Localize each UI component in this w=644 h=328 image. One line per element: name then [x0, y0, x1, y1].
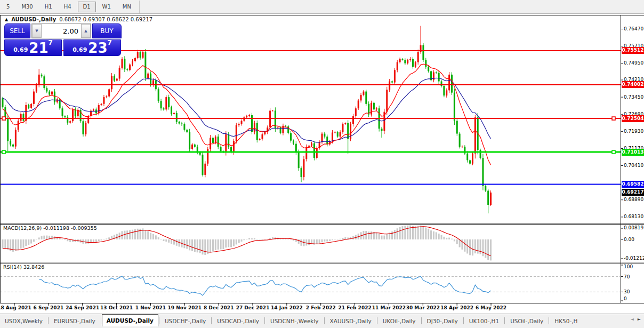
volume-input[interactable]: 2.00	[42, 24, 81, 38]
symbol-tab-usdchf-daily[interactable]: USDCHF-,Daily	[160, 315, 211, 326]
buy-price-main: 23	[88, 42, 107, 54]
tab-separator	[377, 317, 377, 324]
volume-decrease-button[interactable]: ▼	[32, 24, 42, 38]
tab-separator	[48, 317, 49, 324]
sell-price-main: 21	[29, 42, 48, 54]
sell-price-pip: 7	[48, 39, 52, 46]
one-click-trade-panel: SELL ▼ 2.00 ▲ BUY 0.69 21 7 0.69 23 7	[4, 23, 122, 56]
level-line-handle[interactable]	[612, 150, 615, 154]
symbol-tab-usdcad-daily[interactable]: USDCAD-,Daily	[212, 315, 264, 326]
rsi-layer	[0, 276, 621, 295]
tab-scroll-left-icon[interactable]: ◄	[631, 317, 634, 322]
tab-scroll-right-icon[interactable]: ►	[638, 317, 641, 322]
tab-separator	[504, 317, 505, 324]
tab-scroll-controls: ◄ ►	[631, 315, 644, 322]
tab-separator	[264, 317, 265, 324]
symbol-tab-dj30-daily[interactable]: DJ30-,Daily	[422, 315, 463, 326]
tab-separator	[421, 317, 422, 324]
level-line-handle[interactable]	[2, 150, 5, 154]
symbol-tab-bar: USDX,WeeklyEURUSD-,DailyAUDUSD-,DailyUSD…	[0, 314, 644, 328]
buy-price-pip: 7	[107, 39, 111, 46]
volume-increase-button[interactable]: ▲	[81, 24, 91, 38]
symbol-tab-usdx-weekly[interactable]: USDX,Weekly	[0, 315, 47, 326]
volume-stepper: ▼ 2.00 ▲	[31, 23, 91, 38]
tab-separator	[159, 317, 159, 324]
symbol-tab-ukoil-daily[interactable]: UKOil-,Daily	[378, 315, 421, 326]
sell-button[interactable]: SELL	[4, 23, 30, 38]
pane-borders	[0, 15, 644, 306]
tab-separator	[549, 317, 549, 324]
macd-layer	[2, 226, 492, 261]
buy-button[interactable]: BUY	[92, 23, 122, 38]
symbol-tab-audusd-daily[interactable]: AUDUSD-,Daily	[102, 314, 158, 326]
tab-separator	[324, 317, 325, 324]
sell-price-prefix: 0.69	[13, 46, 28, 53]
sell-price-display[interactable]: 0.69 21 7	[4, 39, 62, 56]
symbol-tab-eurusd-daily[interactable]: EURUSD-,Daily	[49, 315, 100, 326]
tab-separator	[463, 317, 464, 324]
symbol-tab-hk50-h[interactable]: HK50-,H	[550, 315, 582, 326]
tab-separator	[101, 317, 101, 324]
symbol-tab-usoil-daily[interactable]: USOil-,Daily	[505, 315, 548, 326]
level-lines-layer	[0, 51, 621, 185]
symbol-tab-usdcnh-weekly[interactable]: USDCNH-,Weekly	[265, 315, 324, 326]
level-line-handle[interactable]	[612, 117, 615, 120]
symbol-tab-xauusd-daily[interactable]: XAUUSD-,Daily	[325, 315, 376, 326]
buy-price-display[interactable]: 0.69 23 7	[63, 39, 121, 56]
level-line-handle[interactable]	[2, 117, 5, 120]
buy-price-prefix: 0.69	[73, 46, 87, 53]
symbol-tab-uk100-h1[interactable]: UK100-,H1	[464, 315, 504, 326]
tab-separator	[211, 317, 212, 324]
symbol-tabs: USDX,WeeklyEURUSD-,DailyAUDUSD-,DailyUSD…	[0, 315, 582, 326]
